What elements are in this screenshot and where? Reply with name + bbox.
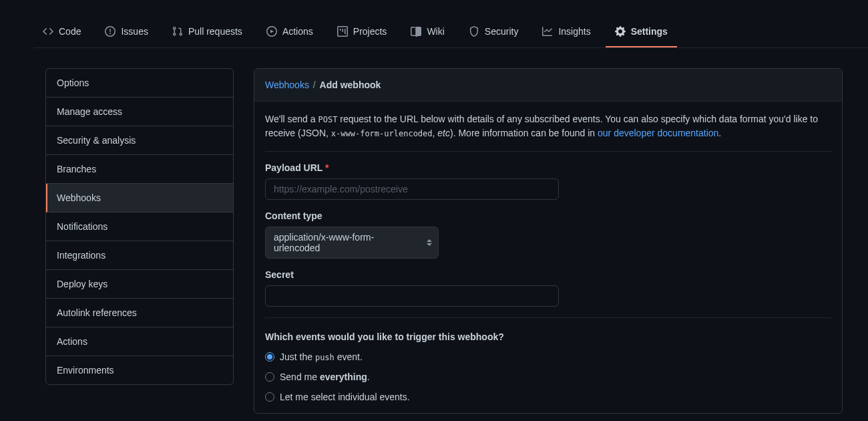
label-code: push — [315, 353, 335, 362]
breadcrumb-current: Add webhook — [320, 80, 381, 90]
sidebar-item-manage-access[interactable]: Manage access — [46, 98, 233, 126]
desc-code: x-www-form-urlencoded — [331, 129, 433, 138]
tab-label: Issues — [121, 26, 148, 37]
shield-icon — [469, 26, 479, 37]
tab-wiki[interactable]: Wiki — [401, 20, 453, 47]
sidebar-item-label: Notifications — [57, 221, 107, 232]
radio-label: Send me everything. — [280, 372, 370, 382]
desc-text: ). More information can be found in — [450, 128, 598, 138]
radio-just-push[interactable]: Just the push event. — [265, 352, 831, 362]
gear-icon — [615, 26, 626, 37]
payload-url-label: Payload URL * — [265, 162, 831, 173]
tab-label: Code — [59, 26, 81, 37]
developer-docs-link[interactable]: our developer documentation — [598, 128, 718, 138]
tab-label: Security — [485, 26, 519, 37]
tab-projects[interactable]: Projects — [328, 20, 397, 47]
tab-label: Insights — [558, 26, 590, 37]
sidebar-item-label: Autolink references — [57, 307, 137, 318]
issue-icon — [105, 26, 116, 37]
content-type-label: Content type — [265, 210, 831, 221]
project-icon — [337, 26, 348, 37]
sidebar-item-label: Deploy keys — [57, 279, 107, 289]
tab-label: Settings — [631, 26, 668, 37]
payload-url-group: Payload URL * — [265, 162, 831, 200]
radio-icon — [265, 372, 274, 382]
graph-icon — [542, 26, 553, 37]
secret-group: Secret — [265, 269, 831, 318]
sidebar-item-branches[interactable]: Branches — [46, 155, 233, 184]
sidebar-item-label: Webhooks — [57, 192, 101, 203]
sidebar-item-notifications[interactable]: Notifications — [46, 213, 233, 241]
code-icon — [43, 26, 53, 37]
secret-label: Secret — [265, 269, 831, 280]
content-panel: Webhooks / Add webhook We'll send a POST… — [254, 68, 843, 414]
required-asterisk: * — [325, 162, 329, 173]
tab-security[interactable]: Security — [459, 20, 528, 47]
desc-text: We'll send a — [265, 114, 318, 124]
label-text: Payload URL — [265, 162, 322, 173]
tab-issues[interactable]: Issues — [95, 20, 157, 47]
sidebar-item-webhooks[interactable]: Webhooks — [46, 184, 233, 213]
repo-header: Code Issues Pull requests Actions Projec… — [0, 20, 868, 48]
tab-actions[interactable]: Actions — [257, 20, 322, 47]
main-layout: Options Manage access Security & analysi… — [0, 48, 868, 414]
radio-icon — [265, 352, 274, 362]
desc-text: . — [718, 128, 721, 138]
radio-everything[interactable]: Send me everything. — [265, 372, 831, 382]
tab-code[interactable]: Code — [33, 20, 90, 47]
desc-em: etc — [437, 128, 450, 138]
secret-input[interactable] — [265, 285, 559, 307]
tab-settings[interactable]: Settings — [606, 20, 677, 47]
content-header: Webhooks / Add webhook — [254, 69, 842, 102]
sidebar-item-integrations[interactable]: Integrations — [46, 241, 233, 270]
tab-label: Projects — [353, 26, 387, 37]
tab-insights[interactable]: Insights — [533, 20, 600, 47]
radio-icon — [265, 392, 274, 402]
breadcrumb-separator: / — [313, 80, 316, 90]
content-body: We'll send a POST request to the URL bel… — [254, 102, 842, 413]
pull-request-icon — [172, 26, 183, 37]
tab-pulls[interactable]: Pull requests — [163, 20, 252, 47]
content-type-select[interactable]: application/x-www-form-urlencoded — [265, 227, 439, 259]
sidebar-item-label: Security & analysis — [57, 135, 136, 146]
sidebar-item-label: Manage access — [57, 106, 122, 117]
settings-sidebar: Options Manage access Security & analysi… — [45, 68, 234, 385]
tab-label: Actions — [282, 26, 313, 37]
sidebar-item-label: Actions — [57, 336, 87, 347]
sidebar-item-environments[interactable]: Environments — [46, 356, 233, 384]
sidebar-item-label: Integrations — [57, 250, 105, 261]
tab-label: Wiki — [427, 26, 444, 37]
sidebar-item-actions[interactable]: Actions — [46, 327, 233, 356]
repo-tabs: Code Issues Pull requests Actions Projec… — [33, 20, 868, 48]
book-icon — [411, 26, 421, 37]
radio-label: Just the push event. — [280, 352, 363, 362]
desc-code: POST — [318, 115, 337, 124]
sidebar-item-label: Environments — [57, 365, 114, 376]
events-title: Which events would you like to trigger t… — [265, 331, 831, 342]
label-strong: everything — [320, 372, 367, 382]
sidebar-item-label: Branches — [57, 164, 96, 174]
description-text: We'll send a POST request to the URL bel… — [265, 112, 831, 152]
play-icon — [266, 26, 277, 37]
label-text: . — [367, 372, 370, 382]
payload-url-input[interactable] — [265, 178, 559, 200]
label-text: Send me — [280, 372, 320, 382]
content-type-group: Content type application/x-www-form-urle… — [265, 210, 831, 259]
sidebar-item-deploy-keys[interactable]: Deploy keys — [46, 270, 233, 299]
tab-label: Pull requests — [188, 26, 242, 37]
breadcrumb-parent[interactable]: Webhooks — [265, 80, 309, 90]
sidebar-item-autolink[interactable]: Autolink references — [46, 299, 233, 327]
sidebar-item-security-analysis[interactable]: Security & analysis — [46, 126, 233, 155]
radio-individual[interactable]: Let me select individual events. — [265, 392, 831, 402]
label-text: Just the — [280, 352, 315, 362]
sidebar-item-label: Options — [57, 78, 89, 88]
label-text: event. — [335, 352, 363, 362]
radio-label: Let me select individual events. — [280, 392, 410, 402]
sidebar-item-options[interactable]: Options — [46, 69, 233, 98]
